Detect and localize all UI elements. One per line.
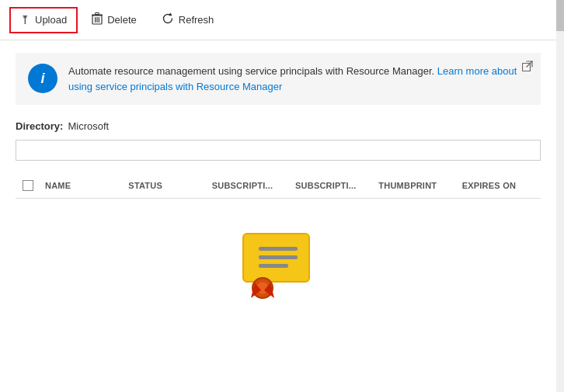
toolbar: ⤒ Upload Delete <box>0 0 556 40</box>
refresh-label: Refresh <box>179 14 214 26</box>
refresh-button[interactable]: Refresh <box>151 6 225 33</box>
directory-value: Microsoft <box>68 120 109 132</box>
info-banner: i Automate resource management using ser… <box>16 53 541 105</box>
search-input[interactable] <box>16 140 541 161</box>
info-banner-text: Automate resource management using servi… <box>68 64 528 94</box>
table-header: NAME STATUS SUBSCRIPTI... SUBSCRIPTI... … <box>16 173 541 199</box>
upload-icon: ⤒ <box>20 13 30 27</box>
svg-rect-5 <box>96 13 99 15</box>
svg-rect-11 <box>259 255 298 259</box>
certificates-table: NAME STATUS SUBSCRIPTI... SUBSCRIPTI... … <box>16 173 541 331</box>
col-subscription-2: SUBSCRIPTI... <box>291 178 374 193</box>
upload-button[interactable]: ⤒ Upload <box>9 7 78 33</box>
delete-button[interactable]: Delete <box>81 6 148 33</box>
scrollbar[interactable] <box>556 0 564 392</box>
svg-line-8 <box>527 61 532 67</box>
select-all-checkbox[interactable] <box>23 180 33 191</box>
certificate-icon <box>235 230 321 300</box>
col-name: NAME <box>40 178 124 193</box>
upload-label: Upload <box>35 14 67 26</box>
refresh-icon <box>162 12 174 27</box>
select-all-checkbox-cell <box>16 178 40 193</box>
svg-rect-12 <box>259 264 288 268</box>
delete-label: Delete <box>107 14 137 26</box>
scrollbar-thumb[interactable] <box>556 0 564 31</box>
col-subscription-1: SUBSCRIPTI... <box>207 178 291 193</box>
svg-rect-10 <box>259 247 298 251</box>
directory-row: Directory: Microsoft <box>16 120 541 132</box>
main-content: i Automate resource management using ser… <box>0 40 556 392</box>
col-expires-on: EXPIRES ON <box>458 178 541 193</box>
svg-rect-1 <box>95 17 96 23</box>
col-status: STATUS <box>124 178 207 193</box>
svg-rect-2 <box>97 17 98 23</box>
delete-icon <box>92 12 103 27</box>
external-link-icon[interactable] <box>522 61 533 74</box>
info-icon: i <box>28 64 57 93</box>
svg-rect-3 <box>99 17 99 23</box>
col-thumbprint: THUMBPRINT <box>374 178 457 193</box>
info-text-before-link: Automate resource management using servi… <box>68 65 437 77</box>
directory-label: Directory: <box>16 120 63 132</box>
empty-state <box>16 199 541 331</box>
